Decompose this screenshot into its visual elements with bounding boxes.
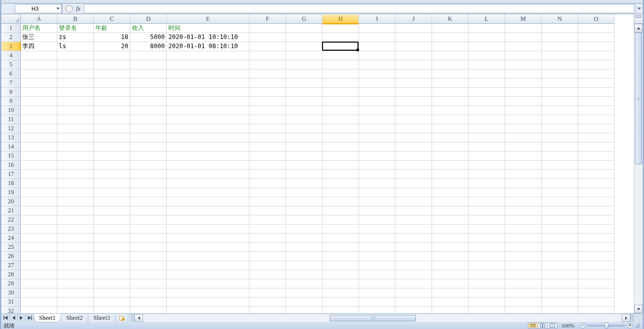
- cell[interactable]: [542, 115, 578, 124]
- select-all-triangle[interactable]: [2, 14, 21, 24]
- cell[interactable]: [167, 252, 249, 261]
- cell[interactable]: [469, 161, 505, 170]
- cell[interactable]: [396, 179, 432, 188]
- cell[interactable]: [323, 97, 359, 106]
- cell[interactable]: [286, 124, 323, 133]
- row-header-13[interactable]: 13: [2, 133, 21, 142]
- cell[interactable]: [323, 69, 359, 79]
- cell[interactable]: [57, 124, 94, 133]
- cell[interactable]: [505, 234, 542, 243]
- cell[interactable]: [505, 97, 542, 106]
- column-header-F[interactable]: F: [249, 14, 286, 24]
- row-header-22[interactable]: 22: [2, 215, 21, 225]
- cell[interactable]: [249, 298, 286, 307]
- cell[interactable]: 5000: [130, 33, 167, 42]
- tab-nav-first[interactable]: [2, 314, 10, 322]
- cell[interactable]: [542, 179, 578, 188]
- cell[interactable]: [167, 188, 249, 197]
- cell[interactable]: [505, 106, 542, 115]
- horizontal-scrollbar[interactable]: [134, 314, 630, 322]
- cell[interactable]: [167, 152, 249, 161]
- cell[interactable]: [469, 188, 505, 197]
- cell[interactable]: [505, 88, 542, 97]
- cell[interactable]: [21, 60, 57, 69]
- scroll-left-button[interactable]: [134, 314, 143, 322]
- cell[interactable]: [359, 225, 396, 234]
- cell[interactable]: [57, 179, 94, 188]
- cell[interactable]: [542, 51, 578, 60]
- cell[interactable]: [396, 261, 432, 270]
- cell[interactable]: [432, 215, 469, 225]
- cell[interactable]: [432, 243, 469, 252]
- cell[interactable]: [542, 133, 578, 142]
- cell[interactable]: [286, 234, 323, 243]
- cell[interactable]: [21, 51, 57, 60]
- cell[interactable]: [57, 215, 94, 225]
- cell[interactable]: [286, 298, 323, 307]
- cell[interactable]: [249, 288, 286, 298]
- cell[interactable]: [432, 133, 469, 142]
- cell[interactable]: [542, 142, 578, 152]
- cell[interactable]: [57, 261, 94, 270]
- cell[interactable]: [130, 215, 167, 225]
- row-header-5[interactable]: 5: [2, 60, 21, 69]
- cell[interactable]: [505, 42, 542, 51]
- cell[interactable]: [505, 124, 542, 133]
- cell[interactable]: [542, 152, 578, 161]
- cell[interactable]: [396, 142, 432, 152]
- column-header-K[interactable]: K: [432, 14, 469, 24]
- cell[interactable]: [396, 298, 432, 307]
- cell[interactable]: [249, 225, 286, 234]
- cell[interactable]: [21, 161, 57, 170]
- cell[interactable]: [542, 206, 578, 215]
- row-header-23[interactable]: 23: [2, 225, 21, 234]
- cell[interactable]: [286, 215, 323, 225]
- cell[interactable]: [578, 88, 615, 97]
- cell[interactable]: [130, 161, 167, 170]
- cell[interactable]: [94, 152, 130, 161]
- cell[interactable]: [396, 106, 432, 115]
- cell[interactable]: [505, 170, 542, 179]
- cell[interactable]: [469, 270, 505, 279]
- view-page-layout-button[interactable]: [538, 322, 548, 328]
- cell[interactable]: 登录名: [57, 24, 94, 33]
- cell[interactable]: [359, 88, 396, 97]
- row-header-32[interactable]: 32: [2, 307, 21, 313]
- cell[interactable]: [396, 307, 432, 313]
- cell[interactable]: [249, 79, 286, 88]
- cell[interactable]: [94, 133, 130, 142]
- cell[interactable]: [167, 79, 249, 88]
- cell[interactable]: [130, 243, 167, 252]
- cell[interactable]: [469, 88, 505, 97]
- cell[interactable]: [249, 206, 286, 215]
- cell[interactable]: [323, 79, 359, 88]
- cell[interactable]: [249, 252, 286, 261]
- cell[interactable]: [249, 161, 286, 170]
- cell[interactable]: [432, 33, 469, 42]
- column-header-L[interactable]: L: [469, 14, 505, 24]
- row-header-29[interactable]: 29: [2, 279, 21, 288]
- cell[interactable]: [359, 152, 396, 161]
- fx-icon[interactable]: fx: [76, 5, 81, 13]
- cell[interactable]: [94, 97, 130, 106]
- column-header-O[interactable]: O: [578, 14, 615, 24]
- cell[interactable]: [505, 24, 542, 33]
- cell[interactable]: [578, 252, 615, 261]
- cell[interactable]: [286, 33, 323, 42]
- cell[interactable]: [249, 234, 286, 243]
- cell[interactable]: [21, 124, 57, 133]
- cell[interactable]: [57, 234, 94, 243]
- cell[interactable]: [57, 152, 94, 161]
- cell[interactable]: [57, 106, 94, 115]
- cell[interactable]: [359, 42, 396, 51]
- cell[interactable]: [505, 252, 542, 261]
- cell[interactable]: [359, 288, 396, 298]
- cell[interactable]: [396, 215, 432, 225]
- cell[interactable]: [505, 69, 542, 79]
- cell[interactable]: [167, 69, 249, 79]
- cell[interactable]: [469, 234, 505, 243]
- cell[interactable]: [167, 170, 249, 179]
- cell[interactable]: [57, 298, 94, 307]
- cell[interactable]: [359, 298, 396, 307]
- cell[interactable]: [94, 170, 130, 179]
